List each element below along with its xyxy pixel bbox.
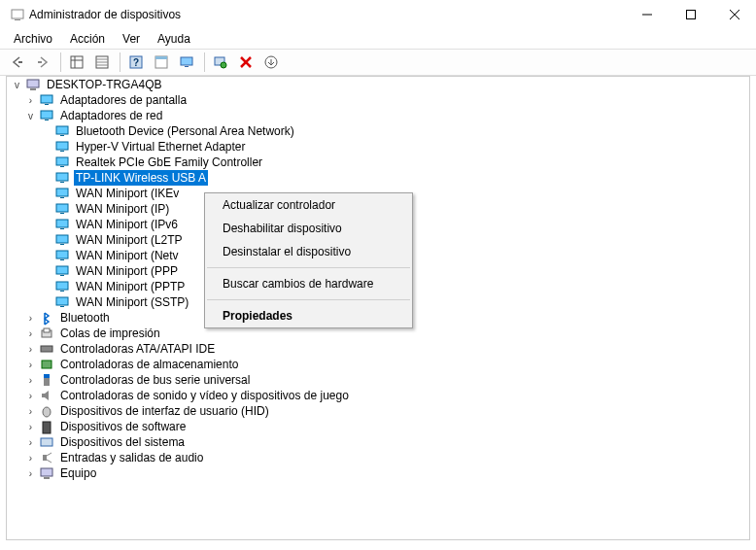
menu-ver[interactable]: Ver — [115, 31, 148, 47]
category-item[interactable]: ›Entradas y salidas de audio — [7, 450, 749, 465]
svg-rect-61 — [44, 378, 50, 386]
chevron-right-icon[interactable]: › — [24, 468, 37, 479]
tb-properties-icon[interactable] — [150, 51, 173, 74]
ctx-properties[interactable]: Propiedades — [205, 304, 412, 327]
svg-rect-39 — [60, 182, 64, 183]
tb-monitor-icon[interactable] — [175, 51, 198, 74]
chevron-right-icon[interactable]: › — [24, 313, 37, 324]
device-label: TP-LINK Wireless USB A — [74, 170, 208, 186]
context-menu: Actualizar controlador Deshabilitar disp… — [204, 192, 413, 328]
menu-accion[interactable]: Acción — [62, 31, 113, 47]
device-item[interactable]: ·Bluetooth Device (Personal Area Network… — [7, 123, 749, 139]
network-device-icon — [54, 279, 70, 294]
chevron-right-icon[interactable]: › — [24, 453, 37, 464]
chevron-right-icon[interactable]: › — [24, 375, 37, 386]
svg-rect-68 — [41, 468, 52, 476]
device-item[interactable]: ·TP-LINK Wireless USB A — [7, 170, 749, 186]
menu-ayuda[interactable]: Ayuda — [150, 31, 198, 47]
menu-archivo[interactable]: Archivo — [6, 31, 60, 47]
tb-scan-icon[interactable] — [209, 51, 232, 74]
root-node[interactable]: v DESKTOP-TRGA4QB — [7, 77, 749, 92]
network-device-icon — [54, 232, 70, 248]
network-device-icon — [54, 123, 70, 139]
chevron-right-icon[interactable]: › — [24, 344, 37, 355]
svg-rect-59 — [42, 361, 52, 368]
category-icon — [39, 326, 54, 341]
svg-rect-50 — [56, 266, 68, 274]
svg-rect-43 — [60, 213, 64, 214]
category-item[interactable]: ›Controladoras ATA/ATAPI IDE — [7, 341, 749, 357]
category-icon — [39, 450, 54, 465]
category-item[interactable]: ›Controladoras de sonido y vídeo y dispo… — [7, 388, 749, 403]
svg-rect-45 — [60, 228, 64, 229]
chevron-right-icon[interactable]: › — [24, 406, 37, 417]
chevron-right-icon[interactable]: › — [24, 328, 37, 339]
svg-rect-54 — [56, 297, 68, 305]
device-label: WAN Miniport (IP) — [74, 201, 171, 217]
device-item[interactable]: ·Realtek PCIe GbE Family Controller — [7, 155, 749, 170]
chevron-right-icon[interactable]: › — [24, 437, 37, 448]
minimize-button[interactable] — [625, 0, 669, 29]
device-item[interactable]: ·Hyper-V Virtual Ethernet Adapter — [7, 139, 749, 155]
forward-button[interactable] — [31, 51, 54, 74]
category-item[interactable]: ›Equipo — [7, 465, 749, 481]
svg-rect-44 — [56, 220, 68, 227]
category-item[interactable]: ›Dispositivos de interfaz de usuario (HI… — [7, 403, 749, 419]
category-network-adapters[interactable]: v Adaptadores de red — [7, 108, 749, 123]
chevron-right-icon[interactable]: › — [24, 95, 37, 106]
svg-rect-69 — [44, 477, 50, 479]
device-label: WAN Miniport (IKEv — [74, 186, 181, 201]
svg-rect-38 — [56, 173, 68, 181]
network-device-icon — [54, 217, 70, 232]
toolbar: ? — [0, 49, 756, 76]
device-label: WAN Miniport (Netv — [74, 248, 181, 263]
svg-text:?: ? — [133, 57, 139, 68]
category-icon — [39, 419, 54, 434]
svg-rect-64 — [41, 438, 52, 446]
svg-rect-48 — [56, 251, 68, 258]
network-device-icon — [54, 186, 70, 201]
maximize-button[interactable] — [669, 0, 712, 29]
svg-rect-40 — [56, 189, 68, 196]
category-label: Colas de impresión — [58, 326, 162, 341]
device-label: WAN Miniport (PPP — [74, 263, 180, 279]
back-button[interactable] — [6, 51, 29, 74]
category-label: Dispositivos de interfaz de usuario (HID… — [58, 403, 271, 419]
category-item[interactable]: ›Dispositivos del sistema — [7, 434, 749, 450]
chevron-right-icon[interactable]: › — [24, 391, 37, 401]
svg-rect-6 — [18, 61, 22, 63]
ctx-disable-device[interactable]: Deshabilitar dispositivo — [205, 217, 412, 240]
svg-point-62 — [43, 407, 51, 417]
chevron-right-icon[interactable]: › — [24, 360, 37, 370]
titlebar: Administrador de dispositivos — [0, 0, 756, 29]
category-icon — [39, 341, 54, 357]
svg-rect-55 — [60, 306, 64, 307]
svg-rect-3 — [686, 11, 695, 19]
svg-rect-26 — [27, 80, 39, 87]
network-device-icon — [54, 155, 70, 170]
close-button[interactable] — [712, 0, 756, 29]
chevron-down-icon[interactable]: v — [11, 80, 23, 90]
category-item[interactable]: ›Controladoras de bus serie universal — [7, 372, 749, 388]
category-icon — [39, 388, 54, 403]
ctx-uninstall-device[interactable]: Desinstalar el dispositivo — [205, 240, 412, 263]
ctx-scan-hardware[interactable]: Buscar cambios de hardware — [205, 272, 412, 295]
chevron-down-icon[interactable]: v — [24, 111, 37, 121]
tb-details-icon[interactable] — [65, 51, 88, 74]
ctx-update-driver[interactable]: Actualizar controlador — [205, 193, 412, 217]
category-label: Entradas y salidas de audio — [58, 450, 205, 465]
category-item[interactable]: ›Controladoras de almacenamiento — [7, 357, 749, 372]
category-display-adapters[interactable]: › Adaptadores de pantalla — [7, 92, 749, 108]
tb-update-icon[interactable] — [259, 51, 283, 74]
svg-rect-34 — [56, 142, 68, 150]
category-item[interactable]: ›Dispositivos de software — [7, 419, 749, 434]
svg-rect-31 — [45, 120, 49, 120]
chevron-right-icon[interactable]: › — [24, 422, 37, 432]
category-icon — [39, 403, 54, 419]
tb-delete-icon[interactable] — [234, 51, 258, 74]
tb-list-icon[interactable] — [90, 51, 114, 74]
category-icon — [39, 372, 54, 388]
category-label: Dispositivos de software — [58, 419, 188, 434]
svg-rect-30 — [41, 111, 52, 119]
tb-help-icon[interactable]: ? — [124, 51, 148, 74]
